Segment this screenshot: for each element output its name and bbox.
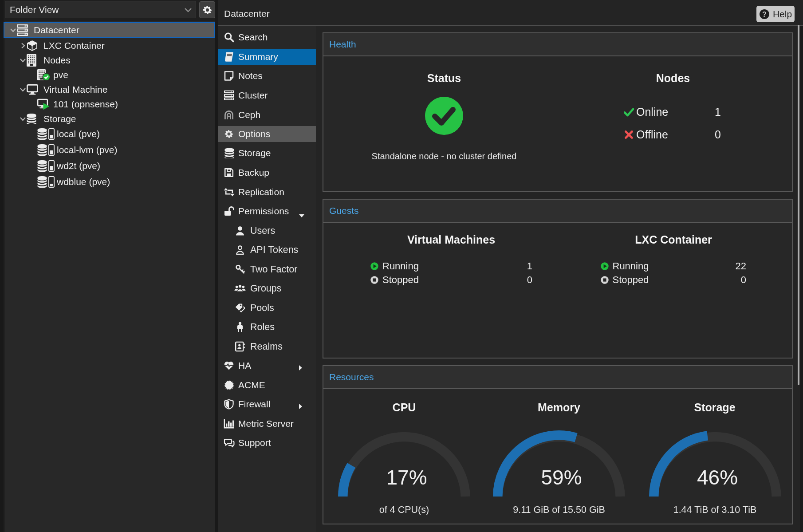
svg-text:?: ? bbox=[762, 10, 767, 18]
